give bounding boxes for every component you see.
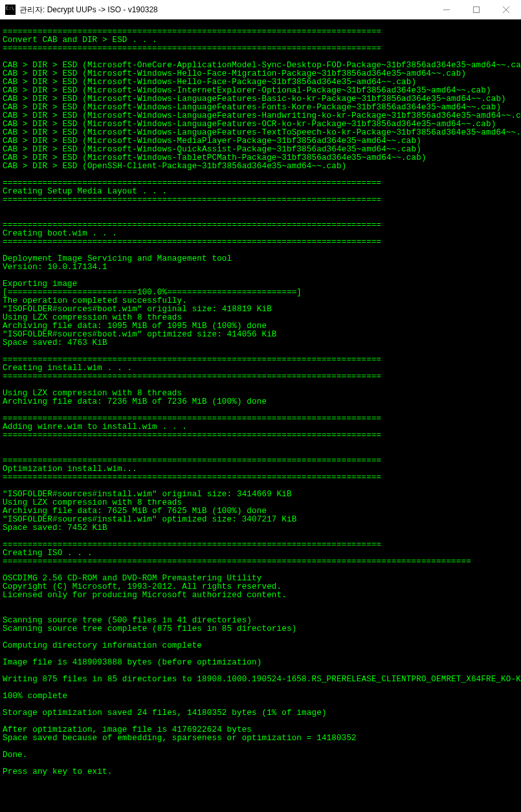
divider: ========================================… [3,558,518,566]
divider: ========================================… [3,432,518,440]
output-line: Space saved: 4763 KiB [3,339,518,347]
window: 관리자: Decrypt UUPs -> ISO - v190328 =====… [0,0,521,812]
divider: ========================================… [3,238,518,247]
output-line: Space saved: 7452 KiB [3,524,518,532]
output-line [3,204,518,213]
window-controls [432,0,521,19]
terminal-output[interactable]: ========================================… [0,19,521,812]
output-line [3,743,518,751]
output-line: Licensed only for producing Microsoft au… [3,591,518,600]
output-line [3,272,518,280]
output-line: Scanning source tree complete (875 files… [3,625,518,633]
output-line: Computing directory information complete [3,642,518,650]
output-line: Done. [3,751,518,760]
maximize-icon [473,6,480,13]
output-line [3,440,518,448]
output-line: Space saved because of embedding, sparse… [3,734,518,743]
output-line: Press any key to exit. [3,768,518,776]
output-line: Version: 10.0.17134.1 [3,263,518,272]
cab-line: CAB > DIR > ESD (OpenSSH-Client-Package~… [3,162,518,171]
divider: ========================================… [3,373,518,381]
output-line: Archiving file data: 7236 MiB of 7236 Mi… [3,398,518,406]
close-icon [503,6,509,13]
output-line: Storage optimization saved 24 files, 141… [3,709,518,718]
output-line: Image file is 4189093888 bytes (before o… [3,659,518,667]
divider: ========================================… [3,196,518,204]
divider: ========================================… [3,474,518,482]
output-line [3,684,518,692]
minimize-button[interactable] [432,0,461,19]
close-button[interactable] [491,0,521,19]
svg-rect-1 [474,7,480,13]
window-title: 관리자: Decrypt UUPs -> ISO - v190328 [19,5,432,16]
divider: ========================================… [3,45,518,53]
output-line: 100% complete [3,692,518,701]
cmd-icon [5,5,16,15]
maximize-button[interactable] [461,0,491,19]
minimize-icon [443,6,450,13]
output-line: Writing 875 files in 85 directories to 1… [3,675,518,684]
output-line [3,600,518,608]
titlebar[interactable]: 관리자: Decrypt UUPs -> ISO - v190328 [0,0,521,19]
